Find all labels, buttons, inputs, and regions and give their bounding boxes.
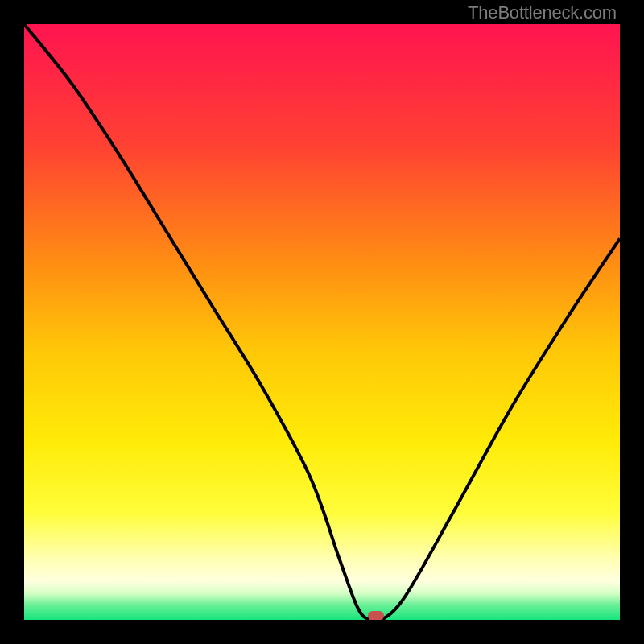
bottleneck-curve [24,24,620,620]
optimal-point-marker [368,611,384,620]
curve-path-icon [24,24,620,620]
chart-frame: TheBottleneck.com [0,0,644,644]
plot-area [24,24,620,620]
attribution-text: TheBottleneck.com [468,2,617,23]
